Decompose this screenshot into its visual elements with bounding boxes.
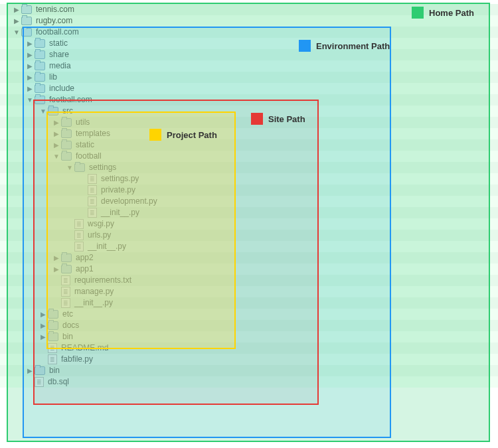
file-icon: [74, 230, 84, 240]
tree-row[interactable]: ▼src: [0, 106, 498, 117]
tree-row[interactable]: ▶db.sql: [0, 376, 498, 388]
tree-item-label: lib: [49, 72, 57, 83]
tree-row[interactable]: ▶__init__.py: [0, 297, 498, 309]
file-icon: [88, 208, 97, 218]
tree-row[interactable]: ▶development.py: [0, 196, 498, 207]
folder-icon: [48, 321, 58, 330]
folder-icon: [48, 333, 58, 341]
chevron-right-icon[interactable]: ▶: [53, 263, 60, 275]
chevron-right-icon[interactable]: ▶: [40, 320, 46, 331]
chevron-right-icon[interactable]: ▶: [53, 252, 60, 263]
diagram-canvas: ▶tennis.com▶rugby.com▼football.com▶stati…: [0, 0, 498, 448]
chevron-right-icon[interactable]: ▶: [13, 4, 20, 15]
tree-row[interactable]: ▶README.md: [0, 342, 498, 354]
tree-row[interactable]: ▶private.py: [0, 185, 498, 196]
file-icon: [74, 219, 84, 229]
tree-row[interactable]: ▶docs: [0, 320, 498, 331]
chevron-right-icon[interactable]: ▶: [40, 309, 46, 320]
tree-row[interactable]: ▼football: [0, 151, 498, 162]
chevron-right-icon[interactable]: ▶: [27, 72, 33, 83]
chevron-right-icon[interactable]: ▶: [53, 128, 60, 139]
file-icon: [35, 377, 44, 387]
tree-item-label: settings.py: [101, 173, 139, 185]
tree-row[interactable]: ▶manage.py: [0, 286, 498, 297]
tree-item-label: __init__.py: [74, 297, 113, 309]
folder-icon: [35, 84, 45, 93]
folder-icon: [35, 73, 45, 82]
folder-icon: [61, 129, 72, 138]
folder-icon: [48, 107, 58, 115]
tree-item-label: media: [49, 60, 71, 72]
folder-icon: [61, 265, 72, 273]
chevron-right-icon[interactable]: ▶: [27, 38, 33, 49]
tree-item-label: docs: [62, 320, 79, 331]
chevron-right-icon[interactable]: ▶: [27, 60, 33, 72]
tree-item-label: development.py: [101, 196, 157, 207]
tree-row[interactable]: ▶lib: [0, 72, 498, 83]
file-tree: ▶tennis.com▶rugby.com▼football.com▶stati…: [0, 0, 498, 448]
tree-row[interactable]: ▼football.com: [0, 27, 498, 38]
tree-item-label: src: [62, 106, 73, 117]
tree-row[interactable]: ▶wsgi.py: [0, 218, 498, 230]
chevron-down-icon[interactable]: ▼: [40, 106, 46, 117]
chevron-down-icon[interactable]: ▼: [53, 151, 60, 162]
tree-item-label: rugby.com: [36, 15, 72, 27]
tree-row[interactable]: ▶settings.py: [0, 173, 498, 185]
tree-item-label: tennis.com: [36, 4, 74, 15]
tree-row[interactable]: ▶utils: [0, 117, 498, 128]
chevron-down-icon[interactable]: ▼: [66, 162, 73, 173]
file-icon: [74, 242, 84, 252]
tree-row[interactable]: ▶share: [0, 49, 498, 60]
tree-row[interactable]: ▶__init__.py: [0, 207, 498, 218]
folder-icon: [61, 152, 72, 161]
folder-icon: [61, 141, 72, 149]
tree-row[interactable]: ▶etc: [0, 309, 498, 320]
tree-item-label: __init__.py: [88, 241, 126, 252]
tree-item-label: app1: [76, 263, 94, 275]
tree-row[interactable]: ▶bin: [0, 331, 498, 342]
chevron-down-icon[interactable]: ▼: [27, 94, 33, 106]
tree-row[interactable]: ▶fabfile.py: [0, 354, 498, 365]
tree-item-label: manage.py: [74, 286, 114, 297]
tree-row[interactable]: ▶templates: [0, 128, 498, 139]
tree-item-label: utils: [76, 117, 90, 128]
chevron-right-icon[interactable]: ▶: [27, 49, 33, 60]
tree-item-label: static: [49, 38, 68, 49]
tree-item-label: README.md: [61, 342, 108, 354]
chevron-right-icon[interactable]: ▶: [53, 117, 60, 128]
tree-item-label: settings: [89, 162, 116, 173]
tree-item-label: templates: [76, 128, 110, 139]
chevron-right-icon[interactable]: ▶: [27, 83, 33, 94]
tree-row[interactable]: ▶app1: [0, 263, 498, 275]
chevron-down-icon[interactable]: ▼: [13, 27, 20, 38]
tree-item-label: include: [49, 83, 74, 94]
file-icon: [48, 343, 57, 353]
tree-row[interactable]: ▶static: [0, 139, 498, 151]
chevron-right-icon[interactable]: ▶: [53, 139, 60, 151]
tree-row[interactable]: ▶bin: [0, 365, 498, 376]
tree-row[interactable]: ▶app2: [0, 252, 498, 263]
tree-row[interactable]: ▶__init__.py: [0, 241, 498, 252]
file-icon: [88, 185, 97, 195]
folder-icon: [35, 366, 45, 375]
tree-item-label: requirements.txt: [74, 275, 131, 286]
chevron-right-icon[interactable]: ▶: [27, 365, 33, 376]
tree-row[interactable]: ▶media: [0, 60, 498, 72]
tree-row[interactable]: ▶rugby.com: [0, 15, 498, 27]
tree-row[interactable]: ▼football.com: [0, 94, 498, 106]
tree-item-label: bin: [62, 331, 73, 342]
file-icon: [48, 354, 57, 364]
file-icon: [61, 275, 70, 285]
folder-icon: [61, 118, 72, 127]
folder-icon: [35, 39, 45, 48]
tree-row[interactable]: ▶include: [0, 83, 498, 94]
chevron-right-icon[interactable]: ▶: [40, 331, 46, 342]
tree-row[interactable]: ▼settings: [0, 162, 498, 173]
tree-row[interactable]: ▶urls.py: [0, 230, 498, 241]
chevron-right-icon[interactable]: ▶: [13, 15, 20, 27]
tree-row[interactable]: ▶static: [0, 38, 498, 49]
tree-item-label: share: [49, 49, 69, 60]
tree-item-label: db.sql: [48, 376, 69, 388]
tree-row[interactable]: ▶requirements.txt: [0, 275, 498, 286]
tree-row[interactable]: ▶tennis.com: [0, 4, 498, 15]
